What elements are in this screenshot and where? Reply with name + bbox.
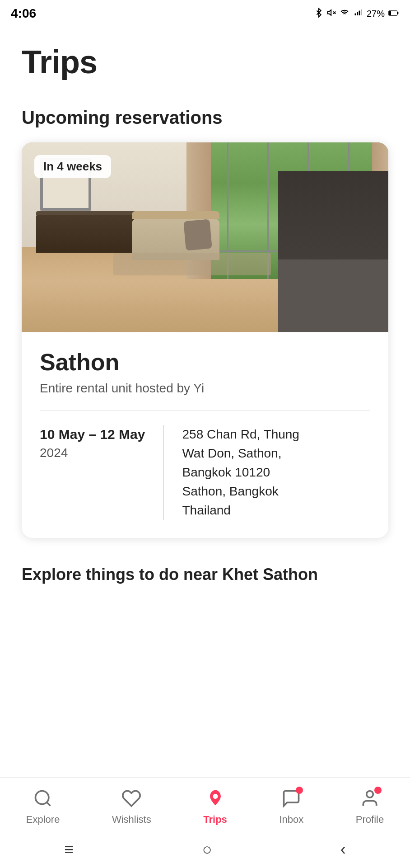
svg-marker-0	[328, 10, 331, 15]
search-icon	[33, 788, 53, 808]
svg-rect-9	[397, 12, 399, 14]
nav-icon-container-trips	[204, 787, 227, 810]
explore-section: Explore things to do near Khet Sathon	[0, 565, 410, 584]
mute-icon	[327, 8, 336, 20]
main-content: Trips Upcoming reservations	[0, 25, 410, 538]
nav-item-explore[interactable]: Explore	[26, 787, 60, 826]
booking-details: 10 May – 12 May 2024 258 Chan Rd, Thung …	[40, 425, 370, 520]
nav-label-trips: Trips	[203, 814, 227, 826]
time-badge: In 4 weeks	[34, 155, 111, 178]
nav-label-wishlists: Wishlists	[112, 814, 151, 826]
android-recents-button[interactable]: ≡	[64, 840, 74, 859]
booking-address: 258 Chan Rd, Thung Wat Don, Sathon, Bang…	[182, 425, 370, 520]
card-divider	[40, 410, 370, 410]
card-image: In 4 weeks	[22, 142, 388, 332]
nav-icon-container-profile	[358, 787, 382, 810]
nav-label-explore: Explore	[26, 814, 60, 826]
svg-line-12	[47, 802, 51, 806]
property-type: Entire rental unit hosted by Yi	[40, 381, 370, 396]
nav-label-profile: Profile	[356, 814, 384, 826]
bottom-navigation: Explore Wishlists Trips	[0, 777, 410, 868]
explore-title: Explore things to do near Khet Sathon	[22, 565, 388, 584]
svg-rect-7	[361, 9, 362, 15]
status-icons: 27%	[314, 8, 399, 20]
vertical-divider	[163, 425, 164, 520]
svg-rect-10	[389, 11, 391, 15]
svg-point-11	[36, 791, 49, 804]
bluetooth-icon	[314, 8, 323, 20]
nav-icon-container-explore	[31, 787, 55, 810]
signal-icon	[353, 9, 363, 19]
airbnb-icon	[205, 788, 225, 808]
svg-rect-6	[359, 10, 360, 15]
nav-item-wishlists[interactable]: Wishlists	[112, 787, 151, 826]
nav-label-inbox: Inbox	[279, 814, 303, 826]
wifi-icon	[340, 9, 349, 19]
page-title: Trips	[22, 43, 388, 80]
date-year: 2024	[40, 446, 145, 460]
svg-rect-5	[357, 12, 358, 15]
card-body: Sathon Entire rental unit hosted by Yi 1…	[22, 332, 388, 538]
nav-item-trips[interactable]: Trips	[203, 787, 227, 826]
android-nav-bar: ≡ ○ ‹	[0, 833, 410, 868]
reservation-card[interactable]: In 4 weeks Sathon Entire rental unit hos…	[22, 142, 388, 538]
property-name: Sathon	[40, 349, 370, 376]
svg-point-13	[367, 791, 373, 798]
battery-percent: 27%	[367, 9, 385, 19]
nav-icon-container-inbox	[280, 787, 303, 810]
address-line1: 258 Chan Rd, Thung Wat Don, Sathon, Bang…	[182, 425, 370, 520]
android-back-button[interactable]: ‹	[340, 840, 346, 859]
nav-item-inbox[interactable]: Inbox	[279, 787, 303, 826]
booking-dates: 10 May – 12 May 2024	[40, 425, 163, 520]
date-range: 10 May – 12 May	[40, 425, 145, 444]
nav-items: Explore Wishlists Trips	[0, 778, 410, 833]
battery-icon	[388, 9, 399, 19]
inbox-badge	[296, 787, 303, 794]
nav-icon-container-wishlists	[120, 787, 143, 810]
nav-item-profile[interactable]: Profile	[356, 787, 384, 826]
upcoming-section-title: Upcoming reservations	[22, 108, 388, 128]
status-time: 4:06	[11, 6, 36, 21]
status-bar: 4:06 27%	[0, 0, 410, 25]
heart-icon	[121, 788, 141, 808]
profile-badge	[374, 787, 382, 794]
svg-rect-4	[354, 13, 356, 15]
android-home-button[interactable]: ○	[202, 840, 212, 859]
